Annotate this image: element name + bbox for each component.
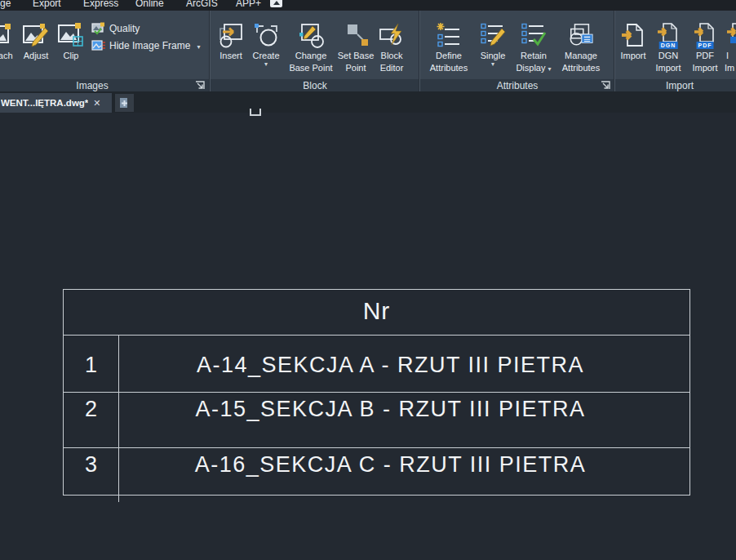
images-dialog-launcher-icon[interactable] [195,81,206,91]
panel-label-import: Import [666,80,694,91]
pdf-badge: PDF [697,42,714,49]
quality-button[interactable]: Quality [91,20,140,37]
hide-image-frame-button[interactable]: Hide Image Frame▾ [91,38,200,54]
panel-separator [614,11,615,91]
change-base-point-button[interactable]: Change Base Point [288,11,334,79]
pdf-import-button[interactable]: PDF PDF Import [687,11,723,79]
set-base-point-icon [343,22,369,49]
retain-dropdown-arrow: ▾ [548,65,552,73]
quality-icon [91,22,105,35]
panel-label-strip [0,79,736,91]
block-editor-icon [379,22,405,49]
row-name: A-16_SEKCJA C - RZUT III PIETRA [119,448,689,502]
file-tab-name: WENT...IĘTRA.dwg* [1,98,88,108]
ribbon-pin-icon[interactable] [270,0,282,7]
import-button[interactable]: Import [615,11,651,79]
single-dropdown-arrow: ▾ [472,61,514,68]
table-row: 3 A-16_SEKCJA C - RZUT III PIETRA [64,448,689,502]
ribbon-tab-app[interactable]: APP+ [236,0,261,9]
change-base-point-icon [298,22,324,49]
ribbon-tab-arcgis[interactable]: ArcGIS [186,0,218,9]
row-name: A-15_SEKCJA B - RZUT III PIETRA [119,393,689,448]
row-number: 3 [64,448,119,502]
attach-icon [0,22,13,49]
create-dropdown-arrow: ▾ [245,61,287,68]
panel-label-images: Images [76,80,108,91]
panel-label-attributes: Attributes [497,80,539,91]
clip-icon [58,22,84,49]
table-row: 2 A-15_SEKCJA B - RZUT III PIETRA [64,393,689,449]
manage-attributes-button[interactable]: Manage Attributes [556,11,605,79]
row-number: 2 [64,393,119,448]
pickbox-cursor [250,109,261,116]
ribbon-tab-online[interactable]: Online [135,0,164,9]
block-editor-button[interactable]: Block Editor [372,11,411,79]
table-header-nr: Nr [64,290,689,336]
retain-display-button[interactable]: Retain Display ▾ [511,11,556,79]
attributes-dialog-launcher-icon[interactable] [601,81,611,91]
single-attribute-icon [480,22,506,49]
dgn-import-button[interactable]: DGN DGN Import [650,11,686,79]
ribbon-tab-export[interactable]: Export [33,0,61,9]
clip-button[interactable]: Clip [50,11,92,79]
drawing-sheet-table: Nr 1 A-14_SEKCJA A - RZUT III PIETRA 2 A… [63,289,690,496]
hide-frame-dropdown-arrow: ▾ [197,43,200,51]
autocad-window: ge Export Express Online ArcGIS APP+ Att… [0,0,736,560]
single-attribute-button[interactable]: Single ▾ [472,11,514,79]
file-tab-close-icon[interactable]: ✕ [93,98,100,109]
new-tab-button[interactable] [115,94,134,112]
panel-label-block: Block [303,80,326,91]
file-tab-bar: WENT...IĘTRA.dwg* ✕ [0,91,736,113]
insert-block-icon [218,22,244,49]
retain-display-icon [521,22,547,49]
partial-import-icon [725,22,736,49]
dgn-badge: DGN [659,42,678,49]
file-tab-active[interactable]: WENT...IĘTRA.dwg* ✕ [0,93,112,113]
define-attributes-icon [436,22,462,49]
create-block-icon [253,22,279,49]
import-icon [620,22,646,49]
ribbon-tab-express[interactable]: Express [83,0,118,9]
row-number: 1 [64,336,119,392]
new-tab-icon [118,97,131,109]
manage-attributes-icon [568,22,594,49]
ribbon-tab-bar: ge Export Express Online ArcGIS APP+ [0,0,736,11]
panel-separator [209,11,211,91]
table-row: 1 A-14_SEKCJA A - RZUT III PIETRA [64,336,689,393]
ribbon-tab-manage[interactable]: ge [0,0,11,9]
set-base-point-button[interactable]: Set Base Point [335,11,377,79]
row-name: A-14_SEKCJA A - RZUT III PIETRA [119,336,689,392]
ribbon: Attach Adjust Clip [0,11,736,79]
create-block-button[interactable]: Create ▾ [245,11,287,79]
adjust-icon [23,22,49,49]
hide-image-frame-icon [91,39,105,52]
panel-separator [419,11,420,91]
define-attributes-button[interactable]: Define Attributes [424,11,473,79]
partial-import-button[interactable]: I Im [723,11,736,79]
